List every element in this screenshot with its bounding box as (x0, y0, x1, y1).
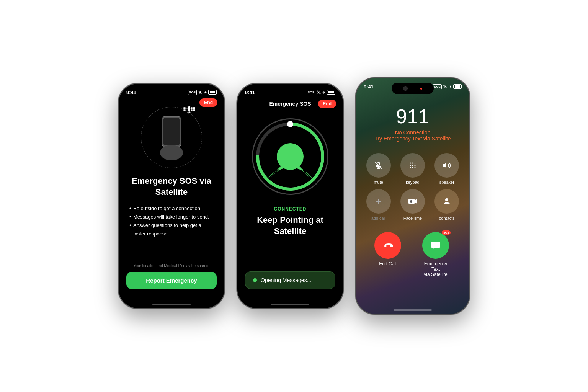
svg-point-13 (410, 165, 411, 166)
speaker-icon (442, 161, 451, 170)
phone1-screen: 9:41 SOS 🛰 ✈ End 🛰 (119, 84, 224, 308)
speaker-label: speaker (439, 180, 454, 185)
phone1-time: 9:41 (126, 90, 136, 95)
phone2-time: 9:41 (245, 90, 255, 95)
end-call-phone-icon (382, 240, 394, 251)
phone1-disclaimer: Your location and Medical ID may be shar… (134, 264, 210, 268)
sos-message-icon (430, 240, 441, 251)
add-call-icon-circle: + (366, 189, 391, 214)
front-camera (403, 86, 408, 91)
mute-label: mute (374, 180, 383, 185)
svg-marker-21 (415, 199, 417, 204)
phone-2: 9:41 SOS 🛰 ✈ Emergency SOS End (237, 83, 344, 309)
satellite-orbit-ring (141, 107, 202, 168)
phone2-battery-icon (327, 90, 335, 95)
svg-point-14 (412, 165, 413, 166)
notch-1 (154, 88, 189, 95)
svg-point-11 (412, 163, 413, 164)
phone1-bullet-2: Messages will take longer to send. (129, 213, 214, 221)
phone1-battery-fill (210, 91, 215, 93)
phone1-status-icons: SOS 🛰 ✈ (188, 90, 217, 95)
call-buttons-grid: mute (356, 153, 469, 220)
pointing-label: Keep Pointing atSatellite (257, 215, 323, 237)
end-call-icon-circle (374, 232, 401, 259)
svg-marker-19 (443, 163, 446, 168)
sos-satellite-icon-circle: SOS (422, 232, 449, 259)
phone1-title: Emergency SOS via Satellite (119, 176, 224, 198)
svg-point-12 (414, 163, 415, 164)
add-call-button[interactable]: + add call (364, 189, 393, 220)
phone1-battery-icon (208, 90, 217, 95)
phone3-number: 911 (396, 105, 430, 128)
mute-icon (374, 161, 383, 170)
end-call-button[interactable]: End Call (374, 232, 401, 266)
phone3-satellite: 🛰 (443, 85, 447, 89)
phone1-sos: SOS (188, 90, 197, 95)
compass-container (252, 118, 328, 195)
phone2-screen: 9:41 SOS 🛰 ✈ Emergency SOS End (237, 84, 343, 308)
phone2-battery-fill (328, 91, 334, 93)
report-emergency-button[interactable]: Report Emergency (126, 272, 217, 289)
phone3-battery-icon (453, 84, 462, 89)
phone1-bullets: Be outside to get a connection. Messages… (119, 204, 224, 238)
svg-point-6 (287, 121, 293, 127)
phone1-end-button[interactable]: End (199, 98, 217, 107)
facetime-icon (408, 198, 417, 205)
phone3-home-indicator (394, 309, 432, 311)
svg-point-15 (414, 165, 415, 166)
opening-messages-bar: Opening Messages... (245, 271, 335, 289)
keypad-icon (408, 161, 417, 170)
phone2-header: Emergency SOS End (237, 101, 343, 107)
phone2-sos: SOS (307, 90, 315, 95)
phone2-status-icons: SOS 🛰 ✈ (307, 90, 335, 95)
message-dot (253, 278, 257, 282)
sos-badge: SOS (442, 230, 451, 235)
phone3-screen: 9:41 SOS 🛰 ✈ 911 No Connection Try Emerg… (356, 78, 469, 314)
speaker-button[interactable]: speaker (432, 153, 462, 185)
svg-point-18 (414, 167, 415, 168)
phone-3: 9:41 SOS 🛰 ✈ 911 No Connection Try Emerg… (355, 77, 470, 315)
add-call-label: add call (371, 216, 386, 220)
recording-indicator (420, 88, 422, 90)
phone1-satellite-illustration: 🛰 (141, 107, 202, 168)
dynamic-island-inner (392, 86, 434, 91)
phone3-wifi: ✈ (449, 85, 452, 89)
facetime-icon-circle (400, 189, 425, 214)
phone2-header-title: Emergency SOS (270, 101, 311, 107)
phone3-sos: SOS (433, 84, 442, 89)
facetime-label: FaceTime (403, 216, 422, 220)
phone1-bullet-3: Answer questions to help get a faster re… (129, 221, 214, 238)
svg-point-16 (410, 167, 411, 168)
facetime-button[interactable]: FaceTime (398, 189, 427, 220)
opening-messages-text: Opening Messages... (261, 277, 311, 283)
compass-svg (252, 118, 328, 195)
contacts-button[interactable]: contacts (432, 189, 462, 220)
phone3-status-icons: SOS 🛰 ✈ (433, 84, 462, 89)
sos-satellite-label: Emergency Textvia Satellite (420, 261, 451, 277)
phone3-time: 9:41 (364, 84, 374, 90)
sos-satellite-button[interactable]: SOS Emergency Textvia Satellite (420, 232, 451, 277)
contacts-icon-circle (434, 189, 459, 214)
phone1-background: 9:41 SOS 🛰 ✈ End 🛰 (119, 84, 224, 308)
keypad-button[interactable]: keypad (398, 153, 427, 185)
svg-point-23 (445, 198, 448, 201)
phone2-end-button[interactable]: End (318, 100, 336, 108)
add-call-icon: + (376, 196, 381, 207)
phone-1: 9:41 SOS 🛰 ✈ End 🛰 (118, 83, 225, 309)
svg-point-22 (410, 200, 412, 203)
phones-container: 9:41 SOS 🛰 ✈ End 🛰 (103, 62, 485, 330)
mute-icon-circle (366, 153, 391, 178)
end-call-label: End Call (379, 261, 396, 266)
svg-point-5 (277, 143, 304, 170)
mute-button[interactable]: mute (364, 153, 393, 185)
phone3-background: 9:41 SOS 🛰 ✈ 911 No Connection Try Emerg… (356, 78, 469, 314)
phone1-home-indicator (152, 304, 191, 305)
speaker-icon-circle (434, 153, 459, 178)
contacts-label: contacts (439, 216, 455, 220)
keypad-label: keypad (406, 180, 419, 185)
phone2-wifi: ✈ (322, 90, 325, 95)
connected-label: CONNECTED (274, 206, 306, 212)
phone2-background: 9:41 SOS 🛰 ✈ Emergency SOS End (237, 84, 343, 308)
phone1-wifi: ✈ (204, 90, 207, 95)
phone1-bullet-1: Be outside to get a connection. (129, 204, 214, 213)
